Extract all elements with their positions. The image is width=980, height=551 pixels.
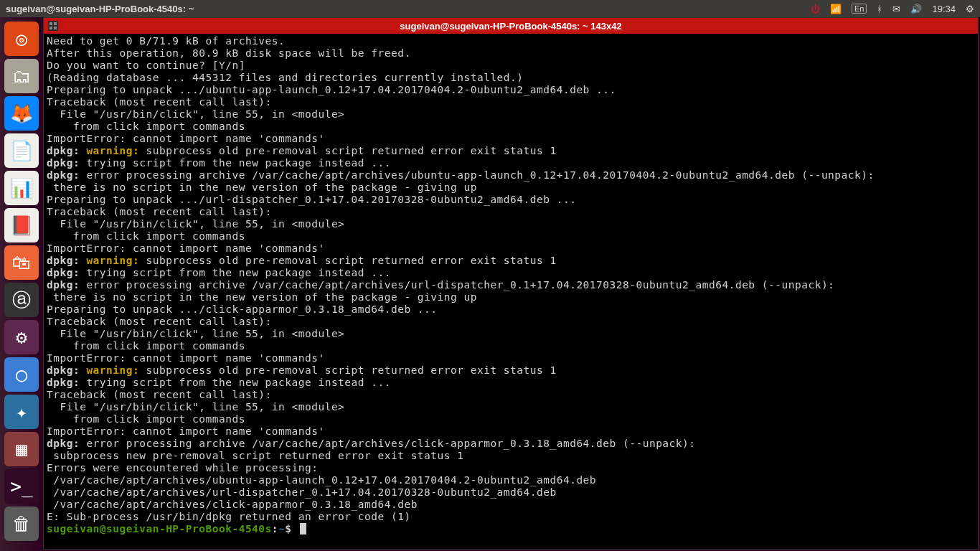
prompt-separator: : bbox=[272, 523, 278, 534]
terminal-line: Traceback (most recent call last): bbox=[47, 389, 975, 401]
terminal-line: Do you want to continue? [Y/n] bbox=[47, 60, 975, 72]
session-gear-icon[interactable]: ⚙ bbox=[966, 4, 974, 14]
terminal-output[interactable]: Need to get 0 B/71.9 kB of archives.Afte… bbox=[44, 34, 978, 549]
terminal-line: ImportError: cannot import name 'command… bbox=[47, 133, 975, 145]
launcher-item-impress[interactable]: 📕 bbox=[4, 208, 39, 242]
terminal-window: sugeivan@sugeivan-HP-ProBook-4540s: ~ 14… bbox=[43, 17, 979, 550]
svg-rect-0 bbox=[50, 22, 52, 25]
keyboard-lang-indicator[interactable]: En bbox=[852, 4, 867, 14]
terminal-line: (Reading database ... 445312 files and d… bbox=[47, 72, 975, 84]
terminal-line: from click import commands bbox=[47, 340, 975, 352]
terminal-line: Traceback (most recent call last): bbox=[47, 96, 975, 108]
terminal-line: there is no script in the new version of… bbox=[47, 291, 975, 303]
launcher-item-writer[interactable]: 📄 bbox=[4, 133, 39, 168]
top-panel: sugeivan@sugeivan-HP-ProBook-4540s: ~ ⏻ … bbox=[0, 0, 980, 17]
launcher-item-files[interactable]: 🗂 bbox=[4, 59, 39, 93]
terminal-line: dpkg: error processing archive /var/cach… bbox=[47, 438, 975, 450]
terminal-line: Preparing to unpack .../click-apparmor_0… bbox=[47, 303, 975, 316]
terminal-line: Errors were encountered while processing… bbox=[47, 462, 975, 474]
clock[interactable]: 19:34 bbox=[932, 4, 956, 14]
launcher-item-trash[interactable]: 🗑 bbox=[4, 507, 39, 541]
launcher-item-calc[interactable]: 📊 bbox=[4, 171, 39, 205]
terminal-line: Need to get 0 B/71.9 kB of archives. bbox=[47, 35, 975, 47]
messaging-icon[interactable]: ✉ bbox=[892, 4, 900, 14]
active-window-title: sugeivan@sugeivan-HP-ProBook-4540s: ~ bbox=[6, 4, 194, 14]
terminal-line: dpkg: trying script from the new package… bbox=[47, 267, 975, 279]
terminal-line: dpkg: warning: subprocess old pre-remova… bbox=[47, 364, 975, 377]
launcher-item-amazon[interactable]: ⓐ bbox=[4, 283, 39, 317]
launcher-item-desktops[interactable]: ▦ bbox=[4, 432, 39, 466]
terminal-line: from click import commands bbox=[47, 413, 975, 425]
terminal-line: ImportError: cannot import name 'command… bbox=[47, 242, 975, 255]
volume-icon[interactable]: 🔊 bbox=[910, 4, 922, 14]
terminal-line: File "/usr/bin/click", line 55, in <modu… bbox=[47, 218, 975, 230]
svg-rect-2 bbox=[50, 27, 52, 29]
launcher-item-wallpaper[interactable]: ✦ bbox=[4, 395, 39, 429]
launcher-item-firefox[interactable]: 🦊 bbox=[4, 96, 39, 131]
prompt-user-host: sugeivan@sugeivan-HP-ProBook-4540s bbox=[47, 523, 272, 534]
terminal-title-text: sugeivan@sugeivan-HP-ProBook-4540s: ~ 14… bbox=[400, 21, 621, 32]
terminal-line: Preparing to unpack .../url-dispatcher_0… bbox=[47, 194, 975, 206]
terminal-line: Preparing to unpack .../ubuntu-app-launc… bbox=[47, 84, 975, 96]
terminal-line: /var/cache/apt/archives/url-dispatcher_0… bbox=[47, 486, 975, 499]
terminal-line: /var/cache/apt/archives/ubuntu-app-launc… bbox=[47, 474, 975, 486]
terminal-prompt-line[interactable]: sugeivan@sugeivan-HP-ProBook-4540s:~$ bbox=[47, 523, 975, 535]
terminal-cursor bbox=[300, 523, 306, 534]
launcher-item-chromium[interactable]: ◯ bbox=[4, 357, 39, 392]
launcher-item-settings[interactable]: ⚙ bbox=[4, 320, 39, 354]
terminal-line: File "/usr/bin/click", line 55, in <modu… bbox=[47, 108, 975, 121]
launcher-item-terminal[interactable]: >_ bbox=[4, 469, 39, 504]
terminal-line: dpkg: warning: subprocess old pre-remova… bbox=[47, 255, 975, 267]
terminal-line: File "/usr/bin/click", line 55, in <modu… bbox=[47, 328, 975, 340]
terminal-line: dpkg: error processing archive /var/cach… bbox=[47, 279, 975, 291]
terminal-line: ImportError: cannot import name 'command… bbox=[47, 425, 975, 438]
terminal-line: subprocess new pre-removal script return… bbox=[47, 450, 975, 462]
unity-launcher: ◎🗂🦊📄📊📕🛍ⓐ⚙◯✦▦>_🗑 bbox=[0, 17, 43, 551]
terminal-line: dpkg: error processing archive /var/cach… bbox=[47, 169, 975, 182]
svg-rect-3 bbox=[54, 27, 57, 29]
prompt-suffix: $ bbox=[285, 523, 298, 534]
terminal-line: Traceback (most recent call last): bbox=[47, 316, 975, 328]
terminal-line: E: Sub-process /usr/bin/dpkg returned an… bbox=[47, 511, 975, 523]
svg-rect-1 bbox=[54, 22, 57, 25]
terminal-line: After this operation, 80.9 kB disk space… bbox=[47, 47, 975, 60]
terminal-titlebar[interactable]: sugeivan@sugeivan-HP-ProBook-4540s: ~ 14… bbox=[44, 18, 978, 34]
terminal-line: from click import commands bbox=[47, 121, 975, 133]
terminal-line: File "/usr/bin/click", line 55, in <modu… bbox=[47, 401, 975, 413]
prompt-path: ~ bbox=[278, 523, 285, 534]
indicator-area: ⏻ 📶 En ᚼ ✉ 🔊 19:34 ⚙ bbox=[811, 4, 974, 14]
launcher-item-software[interactable]: 🛍 bbox=[4, 245, 39, 280]
terminal-line: /var/cache/apt/archives/click-apparmor_0… bbox=[47, 499, 975, 511]
terminal-line: dpkg: trying script from the new package… bbox=[47, 377, 975, 389]
terminal-line: there is no script in the new version of… bbox=[47, 182, 975, 194]
terminal-line: dpkg: trying script from the new package… bbox=[47, 157, 975, 169]
terminal-line: ImportError: cannot import name 'command… bbox=[47, 352, 975, 364]
terminal-line: Traceback (most recent call last): bbox=[47, 206, 975, 218]
terminal-line: from click import commands bbox=[47, 230, 975, 242]
shutdown-icon[interactable]: ⏻ bbox=[811, 4, 820, 14]
bluetooth-icon[interactable]: ᚼ bbox=[877, 4, 882, 14]
terminal-line: dpkg: warning: subprocess old pre-remova… bbox=[47, 145, 975, 157]
network-wifi-icon[interactable]: 📶 bbox=[830, 4, 842, 14]
window-menu-icon[interactable] bbox=[48, 21, 58, 31]
launcher-item-dash[interactable]: ◎ bbox=[4, 22, 39, 56]
